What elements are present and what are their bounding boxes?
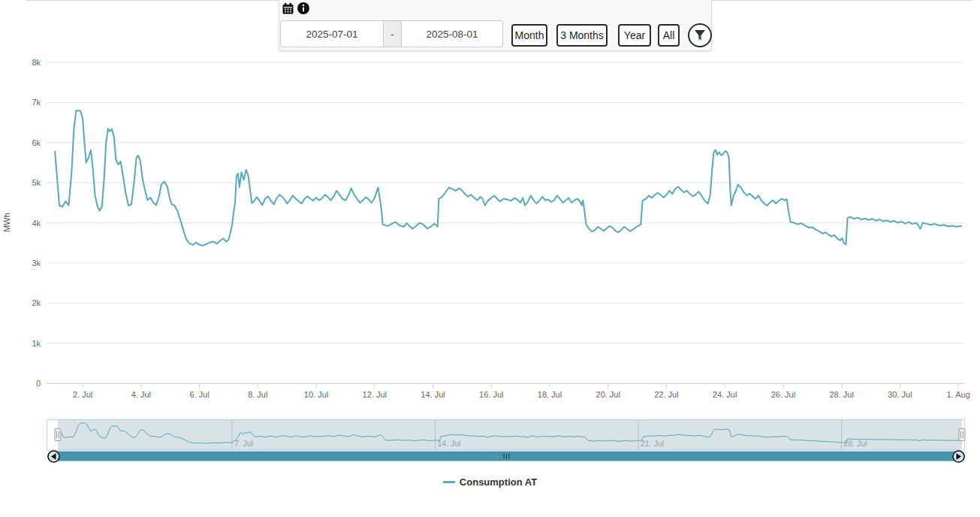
x-axis-label: 14. Jul xyxy=(421,390,445,399)
filter-button[interactable] xyxy=(688,23,712,47)
legend: Consumption AT xyxy=(0,473,980,488)
panel-icon-bar xyxy=(282,2,309,14)
x-axis-label: 28. Jul xyxy=(829,390,853,399)
y-axis-label: 3k xyxy=(32,258,41,268)
y-axis-label: 2k xyxy=(32,298,41,307)
x-axis-label: 6. Jul xyxy=(189,390,209,399)
y-axis-label: 4k xyxy=(32,219,41,228)
x-axis-label: 10. Jul xyxy=(304,390,328,399)
y-axis-title: MWh xyxy=(2,213,11,232)
y-axis-label: 0 xyxy=(36,379,41,388)
y-axis-label: 5k xyxy=(32,178,41,187)
range-button-year[interactable]: Year xyxy=(618,24,651,47)
consumption-series-line[interactable] xyxy=(55,110,961,246)
date-range-group: - xyxy=(280,20,503,47)
range-button-3-months[interactable]: 3 Months xyxy=(556,24,608,47)
legend-item-consumption-at[interactable]: Consumption AT xyxy=(443,476,537,488)
navigator-handle-left[interactable] xyxy=(55,429,61,441)
scrollbar-left-button[interactable] xyxy=(48,451,59,462)
scrollbar-right-button[interactable] xyxy=(953,451,964,462)
y-axis-label: 6k xyxy=(32,138,41,147)
navigator-mask[interactable] xyxy=(58,420,962,451)
date-range-separator: - xyxy=(383,20,402,47)
legend-label: Consumption AT xyxy=(460,476,537,488)
filter-panel: - Month 3 Months Year All xyxy=(279,0,712,51)
info-icon[interactable] xyxy=(297,2,309,14)
calendar-icon[interactable] xyxy=(282,3,294,14)
x-axis-label: 1. Aug xyxy=(947,390,970,399)
navigator-axis-label: 21. Jul xyxy=(641,439,664,448)
navigator-axis-label: 14. Jul xyxy=(437,439,460,448)
funnel-icon xyxy=(693,29,707,42)
y-axis-label: 7k xyxy=(32,98,41,107)
range-button-all[interactable]: All xyxy=(658,24,680,47)
x-axis-label: 22. Jul xyxy=(654,390,678,399)
x-axis-label: 16. Jul xyxy=(479,390,503,399)
x-axis-label: 24. Jul xyxy=(713,390,737,399)
x-axis-label: 20. Jul xyxy=(596,390,620,399)
x-axis-label: 2. Jul xyxy=(73,390,92,399)
x-axis-label: 26. Jul xyxy=(771,390,795,399)
app-root: 01k2k3k4k5k6k7k8k2. Jul4. Jul6. Jul8. Ju… xyxy=(0,0,980,517)
x-axis-label: 12. Jul xyxy=(363,390,387,399)
consumption-chart: 01k2k3k4k5k6k7k8k2. Jul4. Jul6. Jul8. Ju… xyxy=(0,0,980,517)
date-to-input[interactable] xyxy=(402,20,503,47)
legend-line-swatch xyxy=(443,481,455,483)
date-from-input[interactable] xyxy=(280,20,383,47)
x-axis-label: 8. Jul xyxy=(248,390,267,399)
range-button-month[interactable]: Month xyxy=(511,24,547,47)
y-axis-label: 1k xyxy=(32,339,41,348)
navigator-axis-label: 7. Jul xyxy=(234,439,253,448)
y-axis-label: 8k xyxy=(32,58,41,67)
navigator-handle-right[interactable] xyxy=(959,429,965,441)
x-axis-label: 30. Jul xyxy=(888,390,912,399)
x-axis-label: 4. Jul xyxy=(131,390,151,399)
x-axis-label: 18. Jul xyxy=(538,390,562,399)
